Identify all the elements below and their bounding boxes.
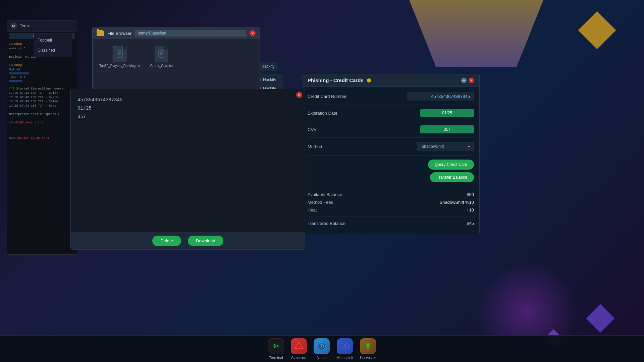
info-section: Available Balance $50 Method Fees Shadow… xyxy=(308,188,474,226)
wallpaper-deco-1 xyxy=(409,0,543,67)
credit-card-label: Credit Card Number xyxy=(308,94,355,99)
taskbar-item-terminal[interactable]: $> Terminal xyxy=(268,338,284,360)
terminal-line xyxy=(9,72,29,74)
terminal-line: —use -x E xyxy=(9,75,75,79)
method-label: Method xyxy=(308,144,355,149)
expiry-field-row: Expiration Date 01/25 xyxy=(308,109,474,121)
taskbar: $> Terminal Airocrack Nmap Metasploit Ha… xyxy=(0,335,644,362)
svg-rect-16 xyxy=(367,347,369,350)
heat-value: +10 xyxy=(467,207,474,213)
terminal-title-1: Term xyxy=(20,23,29,28)
terminal-line xyxy=(9,59,75,63)
harvester-taskbar-icon xyxy=(360,338,376,354)
method-field-row: Method ShadowShift DirectTransfer Crypto… xyxy=(308,142,474,156)
heat-label: Heat xyxy=(308,207,317,213)
file-viewer-popup: ✕ 4573543674387345 01/25 357 Delete Down… xyxy=(70,89,305,250)
terminal-taskbar-icon: $> xyxy=(268,338,284,354)
file-browser-content: Top10_Players_Ranking.txt Credit_Card.tx… xyxy=(93,39,260,74)
transferred-balance-label: Transfered Balance xyxy=(308,221,345,226)
terminal-line: Upload xyxy=(9,68,75,72)
heat-row: Heat +10 xyxy=(308,207,474,213)
sidebar-item-football[interactable]: Football xyxy=(34,35,72,45)
terminal-line: 17.35.67.43 130 TCP - Exec xyxy=(9,104,75,108)
credit-card-field-row: Credit Card Number 4573543674387345 xyxy=(308,92,474,105)
taskbar-item-metasploit[interactable]: Metasploit xyxy=(336,338,353,360)
terminal-line: [*] Started EternalBlue revers xyxy=(9,87,75,91)
file-browser-title: File Browser xyxy=(107,31,131,36)
terminal-titlebar-1: $> Term xyxy=(7,20,77,32)
transferred-balance-row: Transfered Balance $45 xyxy=(308,217,474,226)
action-buttons: Query Credit Card Transfer Balance xyxy=(308,160,474,182)
hackify-phishing-panel: Phishing - Credit Cards — ✕ Credit Card … xyxy=(302,74,480,234)
cvv-label: CVV xyxy=(308,127,355,132)
terminal-line: (Gumbo@Gumbo) - [~] xyxy=(9,121,75,125)
folder-icon xyxy=(97,30,104,36)
metasploit-taskbar-icon xyxy=(337,338,353,354)
expiry-value: 01/25 xyxy=(420,109,474,117)
method-fees-value: ShadowShift %10 xyxy=(439,200,474,205)
wallpaper-deco-3 xyxy=(586,304,615,333)
wallpaper-deco-2 xyxy=(578,11,616,49)
minimize-button[interactable]: — xyxy=(461,78,467,83)
taskbar-item-airocrack[interactable]: Airocrack xyxy=(291,338,307,360)
terminal-line xyxy=(9,83,75,87)
file-viewer-close-button[interactable]: ✕ xyxy=(296,92,302,98)
terminal-line xyxy=(9,108,75,112)
file-item-top10[interactable]: Top10_Players_Ranking.txt xyxy=(99,46,140,68)
terminal-line: Meterpreter session opened ( xyxy=(9,112,75,117)
window-controls: — ✕ xyxy=(461,78,474,83)
svg-point-12 xyxy=(321,346,322,347)
credit-card-value: 4573543674387345 xyxy=(407,92,474,101)
airocrack-taskbar-icon xyxy=(291,338,307,354)
hackify-nav-label-1: Hackify xyxy=(263,77,276,82)
svg-marker-15 xyxy=(343,344,347,348)
file-browser-path-input[interactable] xyxy=(135,30,246,37)
hackify-nav-label: Hackify xyxy=(261,64,274,69)
taskbar-label-airocrack: Airocrack xyxy=(291,356,307,360)
taskbar-label-metasploit: Metasploit xyxy=(336,356,353,360)
hackify-panel-titlebar: Phishing - Credit Cards — ✕ xyxy=(302,74,479,87)
expiry-label: Expiration Date xyxy=(308,111,355,116)
download-button[interactable]: Download xyxy=(188,236,223,246)
available-balance-row: Available Balance $50 xyxy=(308,192,474,197)
terminal-line xyxy=(9,80,22,82)
taskbar-label-nmap: Nmap xyxy=(317,356,326,360)
terminal-icon-1: $> xyxy=(10,22,17,29)
sidebar-item-classified[interactable]: Classified xyxy=(34,45,72,55)
terminal-line: | xyxy=(9,125,75,129)
file-icon-creditcard xyxy=(155,46,168,62)
file-viewer-content: 4573543674387345 01/25 357 xyxy=(71,89,305,232)
transfer-balance-button[interactable]: Transfer Balance xyxy=(430,172,474,182)
available-balance-value: $50 xyxy=(467,192,474,197)
taskbar-item-nmap[interactable]: Nmap xyxy=(314,338,330,360)
file-icon-txt xyxy=(113,46,126,62)
expiry-date-line: 01/25 xyxy=(77,104,298,113)
query-credit-card-button[interactable]: Query Credit Card xyxy=(428,160,474,170)
svg-rect-4 xyxy=(159,51,164,57)
terminal-line: 17.35.67.43 130 TCP - Selec xyxy=(9,100,75,104)
terminal-line xyxy=(9,117,75,121)
panel-title: Phishing - Credit Cards xyxy=(308,77,364,83)
terminal-line: 17.35.67.43 130 TCP - Overv xyxy=(9,96,75,100)
hackify-panel-body: Credit Card Number 4573543674387345 Expi… xyxy=(302,87,479,234)
method-select-wrapper: ShadowShift DirectTransfer CryptoMix ▼ xyxy=(417,142,474,151)
terminal-meterpreter: Meterpreter 17.35.67.4 xyxy=(9,136,75,140)
transferred-balance-value: $45 xyxy=(467,221,474,226)
file-item-creditcard[interactable]: Credit_Card.txt xyxy=(150,46,173,68)
file-browser-window: File Browser ✕ Top10_Players_Ranking.txt… xyxy=(92,27,260,90)
terminal-line: 17.35.67.43 130 TCP - Built xyxy=(9,91,75,96)
taskbar-label-harvester: Harvester xyxy=(360,356,376,360)
nmap-taskbar-icon xyxy=(314,338,330,354)
panel-close-button[interactable]: ✕ xyxy=(469,78,474,83)
taskbar-item-harvester[interactable]: Harvester xyxy=(360,338,376,360)
delete-button[interactable]: Delete xyxy=(152,236,181,246)
file-browser-close-button[interactable]: ✕ xyxy=(250,30,256,36)
terminal-line: ———— xyxy=(9,129,75,133)
svg-rect-0 xyxy=(117,51,122,57)
method-fees-row: Method Fees ShadowShift %10 xyxy=(308,200,474,205)
cvv-line: 357 xyxy=(77,113,298,121)
sidebar-navigation: Football Classified xyxy=(34,34,72,57)
method-fees-label: Method Fees xyxy=(308,200,333,205)
method-select[interactable]: ShadowShift DirectTransfer CryptoMix xyxy=(417,142,474,151)
cvv-value: 357 xyxy=(420,125,474,133)
